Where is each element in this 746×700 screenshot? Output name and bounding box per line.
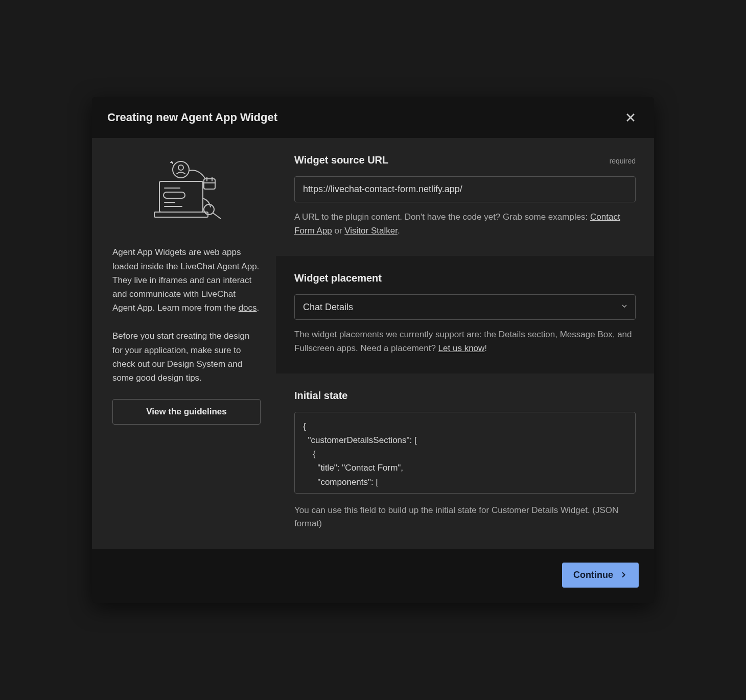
continue-button[interactable]: Continue — [562, 563, 639, 588]
svg-point-9 — [178, 165, 183, 170]
initial-state-help: You can use this field to build up the i… — [294, 504, 636, 531]
required-label: required — [610, 157, 636, 165]
sidebar-design-text: Before you start creating the design for… — [112, 329, 260, 385]
sidebar: Agent App Widgets are web apps loaded in… — [92, 138, 276, 549]
widget-placement-help: The widget placements we currently suppo… — [294, 328, 636, 355]
illustration — [112, 158, 260, 225]
docs-link[interactable]: docs — [239, 303, 257, 313]
widget-placement-select[interactable]: Chat Details — [294, 294, 636, 320]
svg-rect-10 — [204, 179, 215, 189]
modal: Creating new Agent App Widget — [92, 97, 654, 602]
widget-source-url-section: Widget source URL required A URL to the … — [276, 138, 654, 256]
widget-placement-section: Widget placement Chat Details The widget… — [276, 256, 654, 374]
main-content: Widget source URL required A URL to the … — [276, 138, 654, 549]
initial-state-title: Initial state — [294, 390, 347, 402]
initial-state-textarea[interactable] — [294, 412, 636, 494]
modal-body: Agent App Widgets are web apps loaded in… — [92, 138, 654, 549]
svg-line-15 — [213, 213, 221, 219]
widget-source-url-input[interactable] — [294, 176, 636, 202]
widget-source-url-title: Widget source URL — [294, 154, 388, 166]
modal-title: Creating new Agent App Widget — [107, 111, 277, 124]
sidebar-intro: Agent App Widgets are web apps loaded in… — [112, 245, 260, 315]
modal-footer: Continue — [92, 549, 654, 603]
modal-header: Creating new Agent App Widget — [92, 97, 654, 138]
widget-placement-title: Widget placement — [294, 272, 382, 284]
close-button[interactable] — [622, 109, 639, 126]
widget-source-url-help: A URL to the plugin content. Don't have … — [294, 211, 636, 238]
svg-rect-3 — [159, 181, 203, 212]
svg-rect-5 — [164, 192, 185, 198]
svg-rect-2 — [154, 212, 208, 217]
widget-illustration-icon — [145, 158, 227, 225]
chevron-right-icon — [619, 571, 627, 579]
close-icon — [624, 111, 637, 124]
view-guidelines-button[interactable]: View the guidelines — [112, 399, 261, 425]
visitor-stalker-link[interactable]: Visitor Stalker — [344, 226, 398, 236]
initial-state-section: Initial state You can use this field to … — [276, 374, 654, 549]
let-us-know-link[interactable]: Let us know — [438, 343, 485, 353]
